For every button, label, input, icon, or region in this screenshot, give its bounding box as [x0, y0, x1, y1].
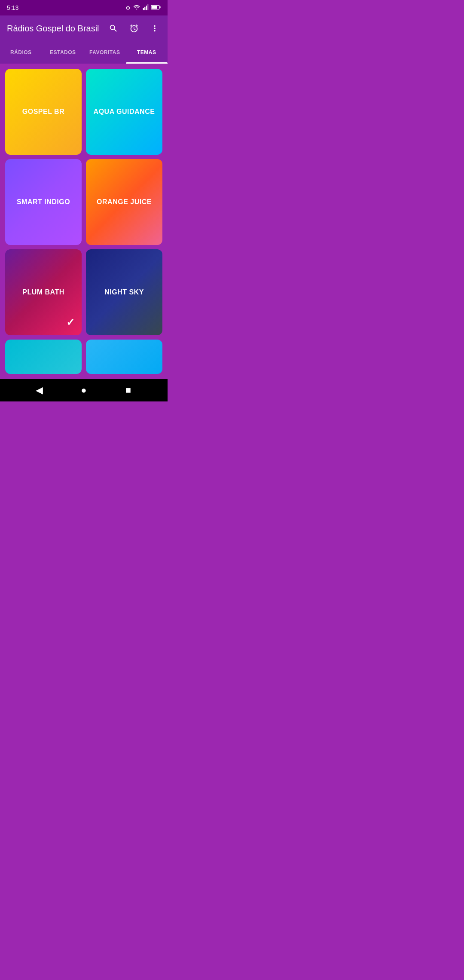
theme-plum-bath-label: PLUM BATH	[22, 288, 64, 296]
theme-orange-juice[interactable]: ORANGE JUICE	[86, 159, 162, 245]
svg-rect-1	[144, 6, 145, 10]
app-bar: Rádios Gospel do Brasil	[0, 15, 168, 41]
nav-back-button[interactable]: ◀	[29, 380, 50, 401]
theme-grid: GOSPEL BR AQUA GUIDANCE SMART INDIGO ORA…	[0, 64, 168, 379]
status-icons: ⚙	[125, 4, 161, 12]
theme-gospel-br-label: GOSPEL BR	[22, 108, 64, 116]
nav-recent-button[interactable]: ■	[118, 380, 138, 401]
theme-card-partial-2[interactable]	[86, 340, 162, 374]
search-button[interactable]	[104, 19, 123, 38]
tab-favoritas[interactable]: FAVORITAS	[84, 41, 126, 64]
alarm-button[interactable]	[125, 19, 143, 38]
svg-rect-3	[147, 4, 148, 10]
theme-smart-indigo-label: SMART INDIGO	[17, 198, 70, 206]
theme-plum-bath[interactable]: PLUM BATH ✓	[5, 249, 82, 335]
status-time: 5:13	[7, 4, 18, 11]
tab-temas[interactable]: TEMAS	[126, 41, 168, 64]
theme-aqua-guidance[interactable]: AQUA GUIDANCE	[86, 69, 162, 155]
tab-estados[interactable]: ESTADOS	[42, 41, 84, 64]
theme-aqua-guidance-label: AQUA GUIDANCE	[94, 108, 155, 116]
app-bar-icons	[104, 19, 164, 38]
settings-icon: ⚙	[125, 5, 131, 11]
svg-rect-2	[146, 5, 147, 10]
theme-night-sky[interactable]: NIGHT SKY	[86, 249, 162, 335]
signal-icon	[143, 4, 149, 12]
battery-icon	[151, 5, 161, 11]
tabs: RÁDIOS ESTADOS FAVORITAS TEMAS	[0, 41, 168, 64]
theme-gospel-br[interactable]: GOSPEL BR	[5, 69, 82, 155]
more-button[interactable]	[145, 19, 164, 38]
app-title: Rádios Gospel do Brasil	[3, 24, 104, 34]
theme-smart-indigo[interactable]: SMART INDIGO	[5, 159, 82, 245]
theme-selected-checkmark: ✓	[66, 316, 75, 328]
nav-home-button[interactable]: ●	[73, 380, 94, 401]
svg-rect-6	[159, 6, 160, 8]
bottom-nav: ◀ ● ■	[0, 379, 168, 401]
svg-rect-5	[152, 6, 157, 9]
svg-rect-0	[143, 8, 144, 10]
tab-radios[interactable]: RÁDIOS	[0, 41, 42, 64]
wifi-icon	[133, 4, 140, 12]
theme-card-partial-1[interactable]	[5, 340, 82, 374]
status-bar: 5:13 ⚙	[0, 0, 168, 15]
theme-orange-juice-label: ORANGE JUICE	[97, 198, 152, 206]
theme-night-sky-label: NIGHT SKY	[104, 288, 144, 296]
